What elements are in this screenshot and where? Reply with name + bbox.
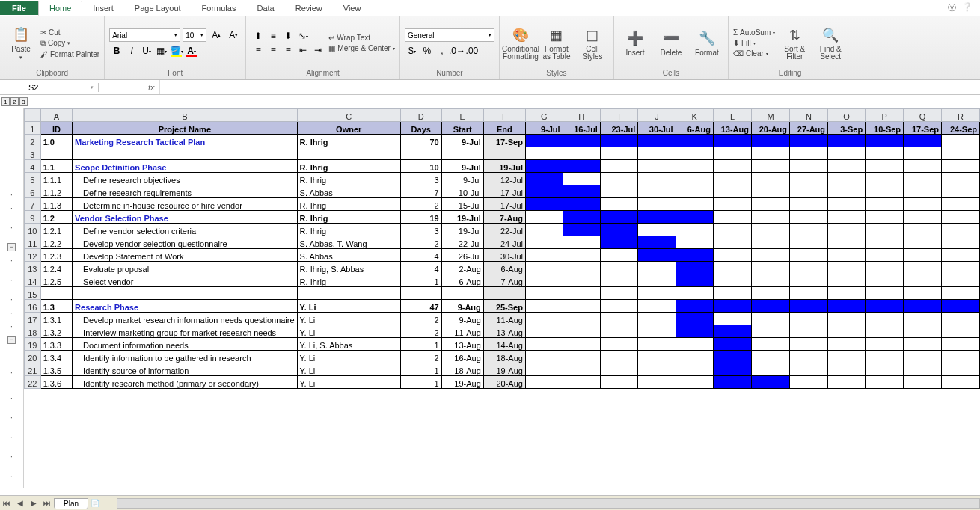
cell-gantt-14-1[interactable] (563, 274, 600, 287)
cell-start-11[interactable]: 22-Jul (441, 236, 483, 249)
cell-name-12[interactable]: Develop Statement of Work (73, 249, 298, 262)
cell-gantt-7-10[interactable] (904, 198, 942, 211)
cell-gantt-2-6[interactable] (751, 135, 789, 147)
cell-gantt-9-7[interactable] (790, 211, 828, 224)
outline-collapse-icon[interactable]: − (7, 243, 16, 251)
cell-gantt-16-11[interactable] (941, 300, 979, 313)
cell-gantt-11-2[interactable] (600, 236, 637, 249)
cell-id-2[interactable]: 1.0 (40, 135, 72, 147)
cell-id-15[interactable] (40, 287, 72, 300)
cell-gantt-4-4[interactable] (676, 160, 713, 173)
cell-end-16[interactable]: 25-Sep (483, 300, 525, 313)
decrease-decimal-icon[interactable]: .00 (465, 44, 480, 58)
font-color-button[interactable]: A▾ (184, 44, 199, 58)
cell-days-22[interactable]: 1 (400, 376, 441, 389)
cell-id-7[interactable]: 1.1.3 (40, 198, 72, 211)
cell-gantt-12-5[interactable] (713, 249, 751, 262)
cell-gantt-2-4[interactable] (676, 135, 713, 147)
cell-gantt-20-8[interactable] (828, 351, 866, 363)
spreadsheet-grid[interactable]: ABCDEFGHIJKLMNOPQR1IDProject NameOwnerDa… (24, 108, 980, 495)
cell-name-15[interactable] (73, 287, 298, 300)
cell-gantt-4-5[interactable] (713, 160, 751, 173)
header-date-6[interactable]: 20-Aug (751, 122, 789, 135)
cell-name-13[interactable]: Evaluate proposal (73, 262, 298, 274)
header-date-9[interactable]: 10-Sep (866, 122, 904, 135)
cell-gantt-22-4[interactable] (676, 376, 713, 389)
cell-start-15[interactable] (441, 287, 483, 300)
row-header-10[interactable]: 10 (25, 224, 41, 236)
cell-gantt-14-3[interactable] (638, 274, 676, 287)
cell-gantt-15-9[interactable] (866, 287, 904, 300)
cell-gantt-14-11[interactable] (941, 274, 979, 287)
cell-gantt-21-6[interactable] (751, 363, 789, 376)
new-sheet-icon[interactable]: 📄 (88, 499, 102, 507)
cell-gantt-6-6[interactable] (751, 185, 789, 198)
cell-gantt-13-6[interactable] (751, 262, 789, 274)
sheet-nav-prev[interactable]: ◀ (13, 499, 27, 507)
cell-gantt-14-4[interactable] (676, 274, 713, 287)
cell-gantt-18-3[interactable] (638, 325, 676, 338)
cell-gantt-22-2[interactable] (600, 376, 637, 389)
cell-gantt-6-3[interactable] (638, 185, 676, 198)
font-name-select[interactable]: Arial▾ (109, 28, 180, 42)
cell-gantt-2-11[interactable] (941, 135, 979, 147)
decrease-indent-icon[interactable]: ⇤ (295, 43, 310, 57)
cell-gantt-18-10[interactable] (904, 325, 942, 338)
cell-gantt-15-3[interactable] (638, 287, 676, 300)
col-header-O[interactable]: O (828, 109, 866, 122)
cell-gantt-16-9[interactable] (866, 300, 904, 313)
cell-gantt-22-6[interactable] (751, 376, 789, 389)
cut-button[interactable]: ✂Cut (40, 28, 99, 37)
col-header-M[interactable]: M (751, 109, 789, 122)
cell-gantt-21-2[interactable] (600, 363, 637, 376)
cell-name-17[interactable]: Develop market research information need… (73, 313, 298, 325)
cell-gantt-3-9[interactable] (866, 147, 904, 160)
cell-gantt-17-1[interactable] (563, 313, 600, 325)
cell-gantt-2-3[interactable] (638, 135, 676, 147)
cell-gantt-11-0[interactable] (525, 236, 563, 249)
cell-gantt-2-8[interactable] (828, 135, 866, 147)
cell-gantt-12-0[interactable] (525, 249, 563, 262)
cell-gantt-21-8[interactable] (828, 363, 866, 376)
cell-name-19[interactable]: Document information needs (73, 338, 298, 351)
cell-gantt-13-2[interactable] (600, 262, 637, 274)
cell-id-10[interactable]: 1.2.1 (40, 224, 72, 236)
comma-icon[interactable]: , (435, 44, 450, 58)
cell-id-20[interactable]: 1.3.4 (40, 351, 72, 363)
minimize-ribbon-icon[interactable]: ⓥ (948, 2, 956, 13)
cell-gantt-18-5[interactable] (713, 325, 751, 338)
cell-gantt-5-7[interactable] (790, 173, 828, 185)
cell-days-21[interactable]: 1 (400, 363, 441, 376)
cell-gantt-3-3[interactable] (638, 147, 676, 160)
row-header-1[interactable]: 1 (25, 122, 41, 135)
cell-gantt-7-4[interactable] (676, 198, 713, 211)
col-header-I[interactable]: I (600, 109, 637, 122)
cell-start-16[interactable]: 9-Aug (441, 300, 483, 313)
cell-gantt-16-4[interactable] (676, 300, 713, 313)
increase-decimal-icon[interactable]: .0→ (450, 44, 465, 58)
cell-owner-4[interactable]: R. Ihrig (297, 160, 400, 173)
tab-formulas[interactable]: Formulas (192, 1, 247, 15)
cell-gantt-13-3[interactable] (638, 262, 676, 274)
fx-label[interactable]: fx (144, 83, 159, 92)
conditional-formatting-button[interactable]: 🎨Conditional Formatting (504, 20, 537, 67)
cell-name-7[interactable]: Determine in-house resource or hire vend… (73, 198, 298, 211)
cell-gantt-4-11[interactable] (941, 160, 979, 173)
cell-gantt-9-0[interactable] (525, 211, 563, 224)
header-date-5[interactable]: 13-Aug (713, 122, 751, 135)
cell-gantt-6-2[interactable] (600, 185, 637, 198)
row-header-18[interactable]: 18 (25, 325, 41, 338)
cell-gantt-14-9[interactable] (866, 274, 904, 287)
cell-end-7[interactable]: 17-Jul (483, 198, 525, 211)
cell-gantt-16-5[interactable] (713, 300, 751, 313)
cell-gantt-17-6[interactable] (751, 313, 789, 325)
col-header-R[interactable]: R (941, 109, 979, 122)
cell-owner-20[interactable]: Y. Li (297, 351, 400, 363)
cell-gantt-13-1[interactable] (563, 262, 600, 274)
outline-collapse-icon[interactable]: − (7, 336, 16, 344)
cell-gantt-13-8[interactable] (828, 262, 866, 274)
cell-gantt-10-7[interactable] (790, 224, 828, 236)
outline-level-2[interactable]: 2 (10, 97, 19, 106)
paste-button[interactable]: 📋Paste▾ (4, 20, 37, 67)
italic-button[interactable]: I (124, 44, 139, 58)
